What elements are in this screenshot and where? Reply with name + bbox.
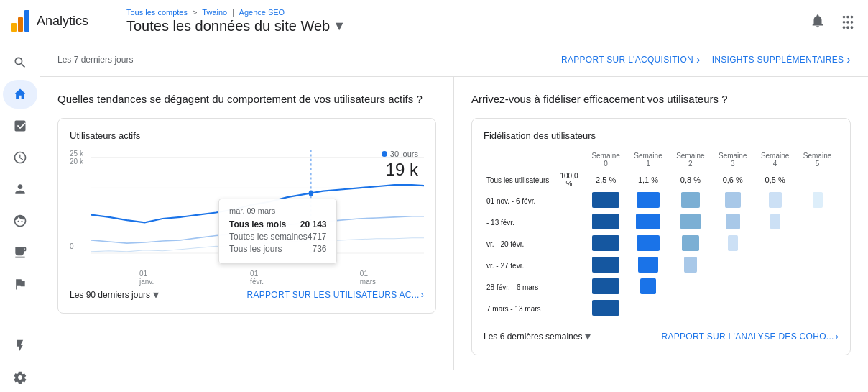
insights-link[interactable]: INSIGHTS SUPPLÉMENTAIRES › <box>712 53 851 66</box>
sidebar-item-audience[interactable] <box>3 175 37 204</box>
x-label-feb: 01févr. <box>250 270 264 286</box>
insights-link-text: INSIGHTS SUPPLÉMENTAIRES <box>712 55 844 65</box>
retention-row-1: 01 nov. - 6 févr. <box>484 190 839 211</box>
row1-pct <box>553 190 584 211</box>
breadcrumb-accounts[interactable]: Tous les comptes <box>126 8 188 17</box>
row2-w4 <box>754 211 796 233</box>
acquisition-link-arrow: › <box>696 53 701 66</box>
row1-w0 <box>585 190 627 211</box>
legend-dot <box>382 151 387 157</box>
row3-w5 <box>796 233 839 255</box>
sidebar-item-behavior[interactable] <box>3 238 37 267</box>
sidebar-item-settings[interactable] <box>3 363 37 392</box>
main-content: Les 7 derniers jours RAPPORT SUR L'ACQUI… <box>40 42 868 392</box>
row6-pct <box>553 298 584 319</box>
tooltip-row-daily: Tous les jours 736 <box>229 244 326 254</box>
breadcrumb-twaino[interactable]: Twaino <box>202 8 227 17</box>
row5-w2 <box>669 276 711 298</box>
tooltip-weekly-value: 4717 <box>308 232 327 242</box>
breadcrumb-sep2: | <box>232 8 234 17</box>
retention-header-row: Semaine 0 Semaine 1 Semaine 2 Semaine 3 … <box>484 150 839 170</box>
retention-row-4: vr. - 27 févr. <box>484 255 839 276</box>
row1-w5 <box>796 190 839 211</box>
all-users-w6 <box>796 170 839 190</box>
all-users-w3: 0,8 % <box>669 170 711 190</box>
acquisition-report-link[interactable]: RAPPORT SUR L'ACQUISITION › <box>561 53 701 66</box>
page-title-dropdown[interactable]: ▼ <box>333 19 346 34</box>
row6-w4 <box>754 298 796 319</box>
row3-w1 <box>627 233 670 255</box>
page-title: Toutes les données du site Web <box>126 18 330 35</box>
sidebar <box>0 42 40 392</box>
tooltip-monthly-value: 20 143 <box>300 219 327 229</box>
active-users-report-link[interactable]: RAPPORT SUR LES UTILISATEURS AC... › <box>246 290 424 300</box>
all-users-w4: 0,6 % <box>711 170 754 190</box>
row3-pct <box>553 233 584 255</box>
retention-row-6: 7 mars - 13 mars <box>484 298 839 319</box>
retention-report-link[interactable]: RAPPORT SUR L'ANALYSE DES COHO... › <box>661 332 839 342</box>
retention-report-text: RAPPORT SUR L'ANALYSE DES COHO... <box>661 332 834 342</box>
logo-bar-1 <box>11 23 17 32</box>
period-dropdown-caret: ▾ <box>153 288 159 301</box>
page-title-row: Toutes les données du site Web ▼ <box>126 18 809 35</box>
retention-period-label: Les 6 dernières semaines <box>484 332 582 342</box>
row2-w3 <box>711 211 754 233</box>
y-label-20k: 20 k <box>70 158 83 165</box>
col-header-week2: Semaine 2 <box>669 150 711 170</box>
active-users-report-arrow: › <box>421 290 424 300</box>
row1-w1 <box>627 190 670 211</box>
retention-card: Fidélisation des utilisateurs Semaine 0 … <box>471 118 851 355</box>
sidebar-item-home[interactable] <box>3 80 37 109</box>
active-users-panel: Quelles tendances se dégagent du comport… <box>40 77 454 370</box>
retention-report-arrow: › <box>836 332 839 342</box>
active-users-period-dropdown[interactable]: Les 90 derniers jours ▾ <box>70 288 159 301</box>
notification-bell-icon[interactable] <box>809 12 826 29</box>
app-header: Analytics Tous les comptes > Twaino | Ag… <box>0 0 868 42</box>
row2-pct <box>553 211 584 233</box>
strip-date-range: Les 7 derniers jours <box>57 55 550 65</box>
all-users-w1: 2,5 % <box>585 170 627 190</box>
tooltip-daily-label: Tous les jours <box>229 244 282 254</box>
sidebar-item-explore[interactable] <box>3 332 37 360</box>
row2-label: - 13 févr. <box>484 211 553 233</box>
row5-label: 28 févr. - 6 mars <box>484 276 553 298</box>
row6-w2 <box>669 298 711 319</box>
row4-w3 <box>711 255 754 276</box>
active-users-period-label: Les 90 derniers jours <box>70 290 150 300</box>
tooltip-weekly-label: Toutes les semaines <box>229 232 308 242</box>
sidebar-item-search[interactable] <box>3 48 37 77</box>
retention-chart-footer: Les 6 dernières semaines ▾ RAPPORT SUR L… <box>484 329 839 343</box>
row5-w3 <box>711 276 754 298</box>
col-header-empty1 <box>484 150 553 170</box>
grid-apps-icon[interactable] <box>839 12 857 29</box>
breadcrumb-agence[interactable]: Agence SEO <box>239 8 285 17</box>
retention-panel: Arrivez-vous à fidéliser efficacement vo… <box>454 77 868 370</box>
row2-w1 <box>627 211 670 233</box>
retention-title: Fidélisation des utilisateurs <box>484 130 839 141</box>
logo-area: Analytics <box>11 10 119 32</box>
row5-w5 <box>796 276 839 298</box>
tooltip-row-weekly: Toutes les semaines 4717 <box>229 232 326 242</box>
insights-link-arrow: › <box>846 53 851 66</box>
retention-all-users-row: Tous les utilisateurs 100,0 % 2,5 % 1,1 … <box>484 170 839 190</box>
sidebar-item-realtime[interactable] <box>3 143 37 172</box>
row5-w0 <box>585 276 627 298</box>
active-users-chart-title: Utilisateurs actifs <box>70 130 424 141</box>
active-users-report-text: RAPPORT SUR LES UTILISATEURS AC... <box>246 290 419 300</box>
row6-w1 <box>627 298 670 319</box>
row6-w0 <box>585 298 627 319</box>
row5-w4 <box>754 276 796 298</box>
row1-w4 <box>754 190 796 211</box>
sidebar-item-reports[interactable] <box>3 111 37 140</box>
row5-pct <box>553 276 584 298</box>
retention-period-dropdown[interactable]: Les 6 dernières semaines ▾ <box>484 329 591 343</box>
col-header-week1: Semaine 1 <box>627 150 670 170</box>
row3-w3 <box>711 233 754 255</box>
tooltip-monthly-label: Tous les mois <box>229 219 286 229</box>
all-users-pct: 100,0 % <box>553 170 584 190</box>
sidebar-item-conversions[interactable] <box>3 270 37 298</box>
logo-bar-2 <box>18 17 23 32</box>
row4-w2 <box>669 255 711 276</box>
sidebar-item-acquisition[interactable] <box>3 206 37 235</box>
all-users-w2: 1,1 % <box>627 170 670 190</box>
